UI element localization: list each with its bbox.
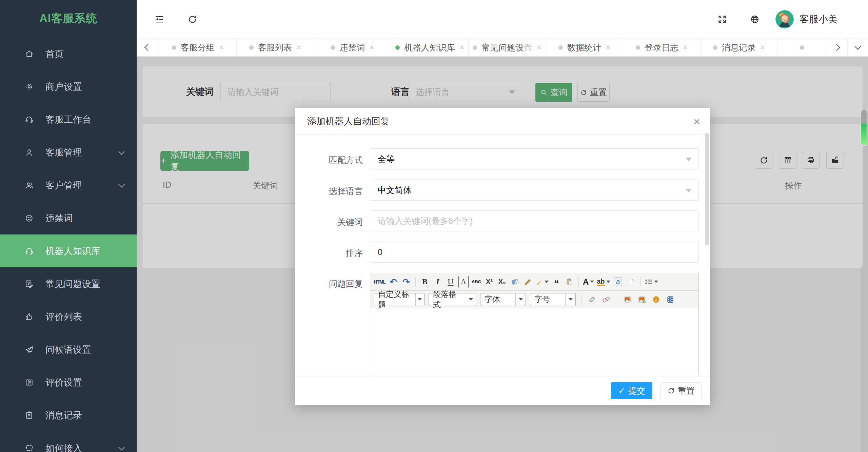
match-mode-select[interactable]: 全等	[370, 148, 699, 169]
undo-button[interactable]: ↶	[388, 276, 398, 288]
insert-media-button[interactable]	[665, 293, 675, 306]
tab-message-log[interactable]: 消息记录 ×	[701, 39, 778, 56]
line-height-button[interactable]	[645, 276, 658, 288]
paste-as-text-button[interactable]: T	[564, 276, 574, 288]
blockquote-button[interactable]: ❝	[551, 276, 561, 288]
bold-button[interactable]: B	[420, 276, 430, 288]
editor-toolbar-row2: 自定义标题 段落格式 字体 字号	[370, 291, 698, 308]
sidebar-item-message-log[interactable]: 消息记录	[0, 399, 137, 432]
sidebar-item-agent-workbench[interactable]: 客服工作台	[0, 103, 137, 136]
tabs-scroll-left-button[interactable]	[137, 39, 159, 56]
tab-partial[interactable]	[778, 39, 826, 56]
tabs-scroll-right-button[interactable]	[826, 39, 848, 56]
underline-button[interactable]: U	[446, 276, 456, 288]
tab-agent-list[interactable]: 客服列表 ×	[237, 39, 314, 56]
language-select[interactable]: 中文简体	[370, 180, 699, 201]
tab-faq-settings[interactable]: 常见问题设置 ×	[469, 39, 546, 56]
tab-statistics[interactable]: 数据统计 ×	[546, 39, 623, 56]
font-family-dropdown[interactable]: 字体	[480, 293, 526, 306]
fullscreen-button[interactable]	[715, 12, 730, 27]
tab-dot-icon	[395, 45, 400, 50]
sidebar-item-review-list[interactable]: 评价列表	[0, 300, 137, 333]
sidebar-item-banned-words[interactable]: 违禁词	[0, 202, 137, 234]
line-height-icon	[645, 278, 653, 286]
anchor-glyph: a	[614, 278, 622, 286]
tab-dot-icon	[800, 45, 804, 50]
insert-image-button[interactable]	[623, 293, 633, 306]
quick-format-button[interactable]	[536, 276, 549, 288]
user-avatar[interactable]	[775, 10, 794, 28]
tab-close-icon[interactable]: ×	[296, 43, 301, 52]
sidebar-item-review-settings[interactable]: 评价设置	[0, 366, 137, 399]
font-color-button[interactable]: A	[583, 276, 594, 288]
keyword-input[interactable]	[370, 210, 699, 231]
sidebar-item-customer-management[interactable]: 客户管理	[0, 169, 137, 202]
editor-content-area[interactable]	[370, 308, 698, 375]
tab-agent-groups[interactable]: 客服分组 ×	[159, 39, 237, 56]
tab-robot-knowledge-base[interactable]: 机器人知识库 ×	[391, 39, 469, 56]
sidebar-item-how-to-connect[interactable]: 如何接入	[0, 432, 137, 452]
format-brush-button[interactable]	[523, 276, 533, 288]
new-document-button[interactable]	[626, 276, 636, 288]
sidebar-item-home[interactable]: 首页	[0, 37, 137, 70]
caret-down-icon	[569, 298, 573, 301]
sidebar-item-agent-management[interactable]: 客服管理	[0, 136, 137, 169]
refresh-page-button[interactable]	[185, 12, 200, 27]
language-globe-button[interactable]	[747, 12, 762, 27]
page-scrollbar-thumb[interactable]	[861, 109, 867, 145]
rich-text-editor: HTML ↶ ↷ B I U A ABC X² X₂ ❝ T A ab a	[370, 273, 699, 374]
tab-close-icon[interactable]: ×	[459, 43, 464, 52]
italic-button[interactable]: I	[433, 276, 443, 288]
superscript-button[interactable]: X²	[484, 276, 494, 288]
fullscreen-icon	[717, 14, 727, 24]
editor-toolbar-row1: HTML ↶ ↷ B I U A ABC X² X₂ ❝ T A ab a	[370, 273, 698, 291]
insert-link-button[interactable]	[587, 293, 597, 306]
redo-button[interactable]: ↷	[401, 276, 411, 288]
tab-close-icon[interactable]: ×	[219, 43, 224, 52]
insert-emoji-button[interactable]	[651, 293, 661, 306]
source-code-button[interactable]: HTML	[374, 276, 386, 288]
sidebar-item-robot-knowledge-base[interactable]: 机器人知识库	[0, 234, 137, 267]
highlight-color-button[interactable]: ab	[597, 276, 610, 288]
tab-close-icon[interactable]: ×	[606, 43, 610, 52]
toolbar-separator	[581, 295, 581, 304]
modal-title: 添加机器人自动回复	[307, 115, 390, 127]
sidebar-item-label: 消息记录	[45, 409, 82, 422]
sidebar-item-label: 评价列表	[45, 311, 82, 323]
image-icon	[624, 295, 632, 304]
user-name: 客服小美	[800, 13, 837, 26]
collapse-sidebar-button[interactable]	[152, 12, 167, 27]
sidebar-item-greeting-settings[interactable]: 问候语设置	[0, 333, 137, 366]
tabs-menu-button[interactable]	[848, 39, 868, 56]
tab-close-icon[interactable]: ×	[683, 43, 688, 52]
heading-dropdown[interactable]: 自定义标题	[374, 293, 425, 306]
sidebar-item-faq-settings[interactable]: 常见问题设置	[0, 267, 137, 300]
font-size-dropdown[interactable]: 字号	[530, 293, 576, 306]
remove-link-button[interactable]	[601, 293, 611, 306]
remove-format-button[interactable]	[510, 276, 520, 288]
modal-scrollbar-thumb[interactable]	[705, 133, 709, 245]
paragraph-dropdown[interactable]: 段落格式	[429, 293, 476, 306]
sort-input[interactable]	[370, 242, 699, 263]
anchor-button[interactable]: a	[613, 276, 623, 288]
submit-button[interactable]: ✓ 提交	[611, 382, 652, 399]
tab-close-icon[interactable]: ×	[369, 43, 374, 52]
sidebar-item-label: 问候语设置	[45, 344, 91, 356]
subscript-button[interactable]: X₂	[497, 276, 507, 288]
modal-close-icon[interactable]: ×	[693, 116, 700, 127]
headset-icon	[24, 115, 34, 124]
caret-down-icon	[590, 281, 594, 283]
tab-close-icon[interactable]: ×	[537, 43, 541, 52]
border-text-button[interactable]: A	[458, 276, 469, 288]
tab-login-log[interactable]: 登录日志 ×	[623, 39, 701, 56]
modal-reset-button[interactable]: 重置	[660, 382, 702, 399]
select-caret-icon	[686, 189, 692, 192]
tab-banned-words[interactable]: 违禁词 ×	[314, 39, 391, 56]
globe-icon	[750, 14, 760, 24]
strikethrough-button[interactable]: ABC	[471, 276, 481, 288]
tab-close-icon[interactable]: ×	[760, 43, 765, 52]
upload-image-button[interactable]	[637, 293, 647, 306]
sidebar-item-merchant-settings[interactable]: 商户设置	[0, 70, 137, 103]
add-robot-reply-modal: 添加机器人自动回复 × 匹配方式 全等 选择语言 中文简体 关键词 排序 问题回…	[295, 108, 710, 405]
caret-down-icon	[519, 298, 523, 301]
